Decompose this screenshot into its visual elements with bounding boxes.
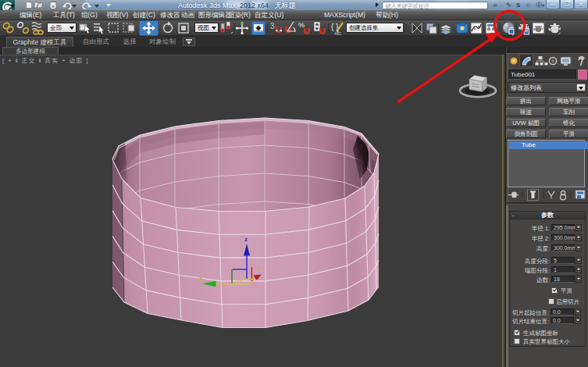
- svg-text:y: y: [199, 274, 203, 281]
- svg-text:z: z: [244, 236, 248, 243]
- svg-text:ABC: ABC: [334, 32, 342, 36]
- svg-text:%: %: [298, 21, 305, 29]
- svg-text:3: 3: [270, 22, 275, 30]
- svg-text:x: x: [258, 265, 262, 272]
